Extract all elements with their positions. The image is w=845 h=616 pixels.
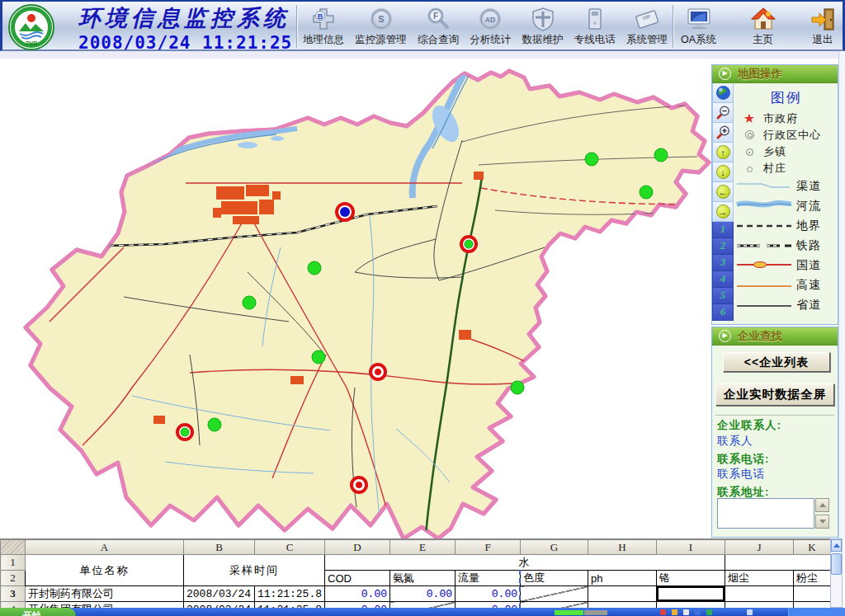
sample-date-cell[interactable]: 2008/03/24: [184, 602, 255, 609]
phone-value-link[interactable]: 联系电话: [717, 467, 765, 482]
smoke-value-cell[interactable]: [725, 602, 794, 609]
tray-icon[interactable]: [706, 609, 712, 615]
row-header[interactable]: 4: [1, 602, 26, 609]
param-header-chroma[interactable]: 色度: [521, 571, 588, 586]
station-green-marker[interactable]: [243, 296, 256, 309]
water-group-header[interactable]: 水: [325, 555, 725, 571]
grid-scrollbar[interactable]: [830, 538, 843, 608]
column-header[interactable]: G: [521, 540, 588, 555]
enterprise-panel-header[interactable]: ▶ 企业查找: [712, 327, 838, 346]
scroll-down-icon[interactable]: [815, 515, 829, 529]
zoom-out-icon[interactable]: [712, 103, 734, 123]
column-header[interactable]: J: [725, 540, 794, 555]
param-header-nh3n[interactable]: 氨氮: [390, 571, 456, 586]
pan-left-icon[interactable]: ←: [712, 182, 734, 202]
map-level-3-button[interactable]: 3: [712, 255, 734, 271]
tray-icon[interactable]: [747, 609, 753, 615]
menu-geo-info[interactable]: B 地理信息: [301, 4, 346, 48]
grid-corner-cell[interactable]: [1, 540, 26, 555]
unit-name-cell[interactable]: 开化集团有限公司: [26, 602, 184, 609]
tray-icon[interactable]: [683, 609, 689, 615]
dust-value-cell[interactable]: [794, 586, 831, 602]
empty-group-header[interactable]: [725, 555, 831, 571]
menu-query[interactable]: F 综合查询: [416, 4, 460, 48]
unit-name-header[interactable]: 单位名称: [26, 555, 184, 586]
sample-time-header[interactable]: 采样时间: [184, 555, 325, 586]
page-scroll-strip[interactable]: [838, 51, 845, 538]
menu-data-maintenance[interactable]: 数据维护: [521, 4, 565, 48]
pan-right-icon[interactable]: →: [712, 202, 734, 222]
scrollbar-thumb[interactable]: [831, 553, 842, 575]
param-header-cod[interactable]: COD: [325, 571, 390, 586]
sample-date-cell[interactable]: 2008/03/24: [184, 586, 255, 602]
sample-time-cell[interactable]: 11:21:25.8: [255, 586, 325, 602]
station-green-marker[interactable]: [654, 148, 668, 162]
cr-value-cell[interactable]: [657, 602, 725, 609]
zoom-in-icon[interactable]: [712, 123, 734, 143]
menu-hotline[interactable]: 专线电话: [573, 4, 617, 48]
scroll-up-icon[interactable]: [831, 539, 842, 552]
station-green-marker[interactable]: [640, 186, 653, 199]
column-header[interactable]: F: [456, 540, 521, 555]
column-header[interactable]: B: [184, 540, 255, 555]
start-button[interactable]: 开始: [0, 608, 76, 616]
station-green-marker[interactable]: [585, 153, 598, 166]
cr-value-cell-selected[interactable]: [657, 586, 725, 602]
map-panel-header[interactable]: ▶ 地图操作: [712, 65, 838, 83]
station-alert-marker[interactable]: [461, 237, 476, 252]
column-header[interactable]: H: [588, 540, 657, 555]
pan-down-icon[interactable]: ↓: [712, 162, 734, 182]
unit-name-cell[interactable]: 开封制药有限公司: [26, 586, 184, 602]
realtime-fullscreen-button[interactable]: 企业实时数据全屏: [715, 383, 834, 406]
contact-value-link[interactable]: 联系人: [717, 434, 753, 449]
city-selected-marker[interactable]: [337, 204, 353, 220]
menu-analysis-stats[interactable]: AD 分析统计: [468, 4, 512, 48]
station-green-marker[interactable]: [308, 261, 321, 275]
nh3n-value-cell[interactable]: 0.00: [390, 586, 456, 602]
cod-value-cell[interactable]: 0.00: [325, 602, 390, 609]
map-level-6-button[interactable]: 6: [712, 304, 734, 321]
tray-icon[interactable]: [672, 609, 677, 615]
flow-value-cell[interactable]: 0.00: [456, 602, 521, 609]
param-header-smoke[interactable]: 烟尘: [725, 571, 794, 586]
enterprise-list-button[interactable]: <<企业列表: [723, 352, 830, 372]
scroll-up-icon[interactable]: [815, 498, 829, 512]
full-extent-globe-icon[interactable]: [712, 83, 734, 103]
station-green-marker[interactable]: [511, 381, 524, 394]
pan-up-icon[interactable]: ↑: [712, 143, 734, 162]
map-level-4-button[interactable]: 4: [712, 271, 734, 288]
station-green-marker[interactable]: [312, 350, 325, 364]
flow-value-cell[interactable]: 0.00: [456, 586, 521, 602]
param-header-dust[interactable]: 粉尘: [794, 571, 831, 586]
param-header-cr[interactable]: 铬: [657, 571, 725, 586]
target-red-marker[interactable]: [352, 477, 366, 492]
chroma-value-cell[interactable]: [521, 602, 588, 609]
cod-value-cell[interactable]: 0.00: [325, 586, 390, 602]
row-header[interactable]: 3: [1, 586, 26, 602]
ph-value-cell[interactable]: [588, 586, 657, 602]
column-header[interactable]: K: [794, 540, 831, 555]
map-level-2-button[interactable]: 2: [712, 238, 734, 255]
nh3n-value-cell[interactable]: [390, 602, 456, 609]
menu-exit[interactable]: 退出: [808, 4, 838, 48]
map-level-1-button[interactable]: 1: [712, 222, 734, 238]
column-header[interactable]: D: [325, 540, 390, 555]
station-green-marker[interactable]: [208, 418, 221, 431]
menu-oa-system[interactable]: OA系统: [679, 4, 718, 48]
param-header-ph[interactable]: ph: [588, 571, 657, 586]
menu-home[interactable]: 主页: [748, 4, 778, 48]
menu-system-management[interactable]: VIP 系统管理: [625, 4, 669, 48]
sample-time-cell[interactable]: 11:21:25.8: [255, 602, 325, 609]
row-header[interactable]: 1: [1, 555, 26, 571]
smoke-value-cell[interactable]: [725, 586, 794, 602]
ph-value-cell[interactable]: [588, 602, 657, 609]
target-red-marker[interactable]: [371, 364, 385, 379]
address-textarea[interactable]: [717, 498, 814, 529]
column-header[interactable]: I: [657, 540, 725, 555]
column-header[interactable]: A: [26, 540, 184, 555]
dust-value-cell[interactable]: [794, 602, 831, 609]
tray-icon[interactable]: [695, 609, 701, 615]
map-level-5-button[interactable]: 5: [712, 288, 734, 304]
tray-icon[interactable]: [660, 609, 666, 615]
station-alert-marker[interactable]: [177, 425, 192, 440]
